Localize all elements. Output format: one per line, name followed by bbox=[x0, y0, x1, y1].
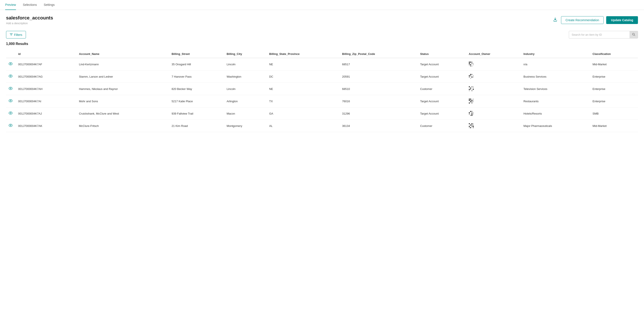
avatar-pixel bbox=[470, 78, 471, 79]
avatar-pixel bbox=[470, 125, 471, 126]
tab-preview[interactable]: Preview bbox=[5, 0, 16, 10]
main-content: salesforce_accounts Add a description Cr… bbox=[0, 10, 644, 137]
avatar-pixel bbox=[473, 64, 474, 65]
avatar-pixel bbox=[473, 127, 474, 128]
avatar-pixel bbox=[469, 74, 470, 75]
title-section: salesforce_accounts Add a description bbox=[6, 15, 53, 25]
toolbar-row: Filters bbox=[6, 31, 638, 39]
avatar-mosaic bbox=[469, 86, 474, 91]
update-catalog-button[interactable]: Update Catalog bbox=[606, 16, 638, 24]
tab-settings[interactable]: Settings bbox=[44, 0, 55, 10]
description-text[interactable]: Add a description bbox=[6, 22, 53, 25]
filters-label: Filters bbox=[14, 33, 22, 37]
row-status: Customer bbox=[418, 83, 466, 95]
avatar-pixel bbox=[473, 112, 474, 113]
row-industry: Restaurants bbox=[521, 95, 590, 107]
svg-point-12 bbox=[10, 100, 11, 101]
tab-selections[interactable]: Selections bbox=[23, 0, 37, 10]
row-billing-state: NE bbox=[266, 58, 340, 71]
avatar-pixel bbox=[470, 64, 471, 65]
row-billing-street: 5217 Katie Place bbox=[169, 95, 224, 107]
row-id: 001J7000004K7AK bbox=[16, 120, 76, 132]
avatar-pixel bbox=[472, 115, 472, 116]
avatar-pixel bbox=[469, 64, 470, 65]
download-icon[interactable] bbox=[552, 16, 558, 24]
avatar-pixel bbox=[472, 103, 472, 104]
eye-icon[interactable] bbox=[9, 112, 12, 115]
row-billing-zip: 36134 bbox=[340, 120, 418, 132]
avatar-pixel bbox=[473, 99, 474, 100]
avatar-pixel bbox=[473, 123, 474, 124]
table-row: 001J7000004K7AF Lind-Kertzmann 35 Onsgar… bbox=[6, 58, 638, 71]
avatar-pixel bbox=[473, 78, 474, 79]
eye-icon[interactable] bbox=[9, 124, 12, 128]
row-industry: n/a bbox=[521, 58, 590, 71]
avatar-pixel bbox=[473, 103, 474, 104]
search-button[interactable] bbox=[630, 31, 638, 38]
row-classification: Mid-Market bbox=[590, 120, 638, 132]
row-billing-state: TX bbox=[266, 95, 340, 107]
row-id: 001J7000004K7AG bbox=[16, 71, 76, 83]
row-status: Target Account bbox=[418, 71, 466, 83]
row-classification: Enterprise bbox=[590, 71, 638, 83]
avatar-pixel bbox=[473, 77, 474, 78]
avatar-pixel bbox=[472, 86, 472, 87]
row-industry: Major Pharmaceuticals bbox=[521, 120, 590, 132]
avatar-pixel bbox=[472, 100, 472, 101]
search-input[interactable] bbox=[569, 31, 630, 38]
avatar-pixel bbox=[469, 88, 470, 89]
svg-point-7 bbox=[9, 75, 12, 77]
row-id: 001J7000004K7AI bbox=[16, 95, 76, 107]
row-eye-cell bbox=[6, 83, 16, 95]
filters-button[interactable]: Filters bbox=[6, 31, 26, 39]
row-account-name: Mohr and Sons bbox=[76, 95, 169, 107]
create-recommendation-button[interactable]: Create Recommendation bbox=[561, 16, 604, 24]
col-eye bbox=[6, 50, 16, 58]
svg-line-4 bbox=[634, 35, 635, 36]
table-row: 001J7000004K7AJ Cruickshank, McClure and… bbox=[6, 107, 638, 120]
eye-icon[interactable] bbox=[9, 99, 12, 103]
avatar-pixel bbox=[472, 75, 472, 76]
avatar-pixel bbox=[470, 115, 471, 116]
results-count: 1,000 Results bbox=[6, 42, 638, 46]
row-status: Customer bbox=[418, 120, 466, 132]
svg-point-13 bbox=[9, 112, 12, 114]
avatar-pixel bbox=[470, 114, 471, 115]
avatar-pixel bbox=[469, 77, 470, 78]
avatar-pixel bbox=[469, 62, 470, 63]
row-account-owner bbox=[466, 58, 521, 71]
avatar-pixel bbox=[469, 99, 470, 100]
avatar-pixel bbox=[472, 123, 472, 124]
avatar-pixel bbox=[469, 115, 470, 116]
avatar-pixel bbox=[469, 100, 470, 101]
row-billing-zip: 20591 bbox=[340, 71, 418, 83]
row-account-owner bbox=[466, 95, 521, 107]
row-account-name: Lind-Kertzmann bbox=[76, 58, 169, 71]
row-eye-cell bbox=[6, 71, 16, 83]
col-billing-zip: Billing_Zip_Postal_Code bbox=[340, 50, 418, 58]
col-billing-state: Billing_State_Province bbox=[266, 50, 340, 58]
eye-icon[interactable] bbox=[9, 75, 12, 78]
avatar-pixel bbox=[473, 101, 474, 102]
col-account-owner: Account_Owner bbox=[466, 50, 521, 58]
avatar-pixel bbox=[473, 74, 474, 75]
avatar-pixel bbox=[473, 126, 474, 127]
eye-icon[interactable] bbox=[9, 87, 12, 91]
avatar-pixel bbox=[472, 62, 472, 63]
row-account-owner bbox=[466, 120, 521, 132]
avatar-pixel bbox=[472, 99, 472, 100]
table-row: 001J7000004K7AG Stamm, Larson and Ledner… bbox=[6, 71, 638, 83]
avatar-pixel bbox=[472, 111, 472, 112]
avatar-pixel bbox=[469, 112, 470, 113]
row-industry: Television Services bbox=[521, 83, 590, 95]
col-account-name: Account_Name bbox=[76, 50, 169, 58]
avatar-pixel bbox=[472, 78, 472, 79]
eye-icon[interactable] bbox=[9, 62, 12, 66]
avatar-pixel bbox=[473, 75, 474, 76]
avatar-pixel bbox=[469, 103, 470, 104]
avatar-pixel bbox=[472, 114, 472, 115]
avatar-pixel bbox=[472, 101, 472, 102]
svg-point-10 bbox=[10, 88, 11, 89]
svg-point-6 bbox=[10, 63, 11, 64]
row-billing-city: Arlington bbox=[224, 95, 266, 107]
